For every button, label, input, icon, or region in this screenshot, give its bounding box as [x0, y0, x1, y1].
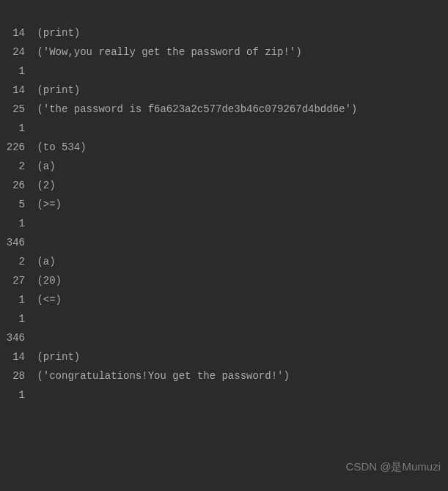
code-line: 1	[0, 119, 448, 138]
code-line: 2 (a)	[0, 252, 448, 271]
line-content: (print)	[31, 81, 80, 100]
line-number: 1	[0, 385, 31, 405]
code-line: 14 (print)	[0, 347, 448, 366]
line-content: (a)	[31, 157, 56, 176]
code-line: 346	[0, 328, 448, 347]
line-number: 5	[0, 195, 31, 214]
code-line: 27 (20)	[0, 271, 448, 290]
line-number: 25	[0, 100, 31, 119]
line-content: (>=)	[31, 195, 62, 214]
code-output-panel: 14 (print)24 ('Wow,you really get the pa…	[0, 0, 448, 405]
code-line: 1	[0, 214, 448, 233]
line-number: 1	[0, 290, 31, 309]
line-content: (print)	[31, 347, 80, 366]
code-line: 28 ('congratulations!You get the passwor…	[0, 366, 448, 385]
code-line: 5 (>=)	[0, 195, 448, 214]
code-line: 14 (print)	[0, 81, 448, 100]
code-line: 226 (to 534)	[0, 138, 448, 157]
code-line: 2 (a)	[0, 157, 448, 176]
line-number: 1	[0, 214, 31, 233]
code-line: 26 (2)	[0, 176, 448, 195]
line-content: (a)	[31, 252, 56, 271]
line-content: (<=)	[31, 290, 62, 309]
line-content: ('congratulations!You get the password!'…	[31, 366, 290, 385]
line-content: (print)	[31, 23, 80, 43]
line-number: 24	[0, 43, 31, 62]
line-number: 27	[0, 271, 31, 290]
line-content: (20)	[31, 271, 62, 290]
line-number: 26	[0, 176, 31, 195]
line-content: ('the password is f6a623a2c577de3b46c079…	[31, 100, 357, 119]
line-number: 2	[0, 157, 31, 176]
line-number: 2	[0, 252, 31, 271]
watermark-text: CSDN @是Mumuzi	[346, 457, 441, 476]
line-content: ('Wow,you really get the password of zip…	[31, 43, 302, 62]
line-number: 14	[0, 81, 31, 100]
code-line: 1	[0, 385, 448, 405]
line-number: 346	[0, 233, 31, 252]
line-number: 1	[0, 309, 31, 328]
code-line: 1 (<=)	[0, 290, 448, 309]
line-number: 226	[0, 138, 31, 157]
code-line: 346	[0, 233, 448, 252]
code-line: 1	[0, 62, 448, 81]
code-line: 24 ('Wow,you really get the password of …	[0, 43, 448, 62]
line-number: 346	[0, 328, 31, 347]
code-line: 25 ('the password is f6a623a2c577de3b46c…	[0, 100, 448, 119]
code-line: 14 (print)	[0, 23, 448, 43]
code-line: 1	[0, 309, 448, 328]
line-number: 1	[0, 119, 31, 138]
line-number: 1	[0, 62, 31, 81]
line-content: (2)	[31, 176, 56, 195]
line-number: 28	[0, 366, 31, 385]
line-number: 14	[0, 347, 31, 366]
line-content: (to 534)	[31, 138, 87, 157]
line-number: 14	[0, 23, 31, 43]
